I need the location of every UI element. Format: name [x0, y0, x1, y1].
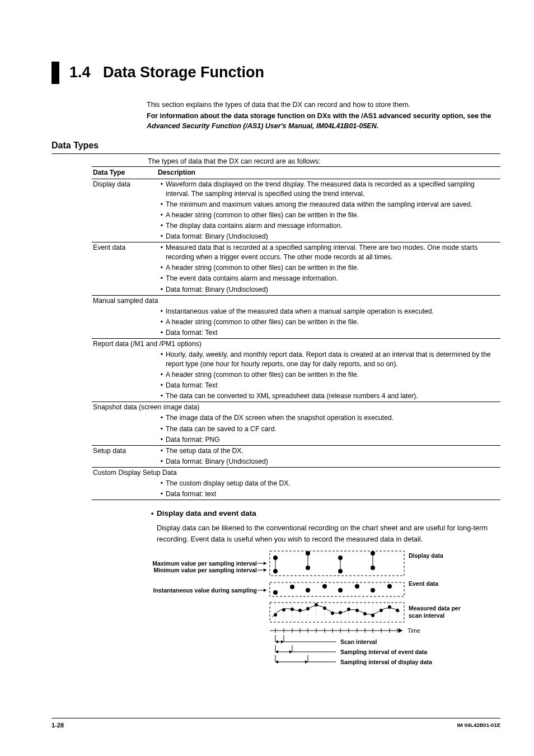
table-type-cell: Event data — [92, 242, 157, 263]
svg-point-19 — [290, 585, 294, 589]
svg-point-56 — [388, 605, 391, 609]
table-desc-cell: •The data can be converted to XML spread… — [157, 391, 500, 402]
diagram-svg: Maximum value per sampling interval Mini… — [148, 550, 485, 673]
table-desc-cell: •A header string (common to other files)… — [157, 370, 500, 380]
table-desc-cell: •Data format: text — [157, 489, 500, 500]
svg-point-45 — [298, 609, 302, 612]
table-desc-cell: •The setup data of the DX. — [157, 445, 500, 456]
section-title: 1.4 Data Storage Function — [69, 62, 264, 83]
section-name: Data Storage Function — [103, 64, 264, 81]
svg-point-47 — [315, 603, 318, 606]
data-types-intro: The types of data that the DX can record… — [148, 156, 500, 166]
diagram-scan-interval-label: Scan interval — [340, 638, 377, 645]
table-desc-cell: •A header string (common to other files)… — [157, 263, 500, 273]
diagram: Maximum value per sampling interval Mini… — [148, 550, 500, 676]
title-bar — [51, 62, 59, 84]
table-empty-cell — [92, 349, 157, 370]
table-type-span: Manual sampled data — [92, 295, 500, 306]
subheading-title: Display data and event data — [157, 509, 256, 517]
diagram-event-data-label: Event data — [409, 580, 438, 587]
diagram-inst-label: Instantaneous value during sampling — [153, 587, 257, 594]
svg-marker-17 — [264, 589, 266, 592]
svg-point-18 — [273, 590, 278, 595]
table-empty-cell — [92, 478, 157, 489]
data-types-table: Data Type Description Display data•Wavef… — [92, 166, 500, 500]
table-desc-cell: •Data format: PNG — [157, 435, 500, 446]
diagram-measured-label1: Measured data per — [409, 605, 461, 612]
table-header-desc: Description — [157, 166, 500, 179]
diagram-max-label: Maximum value per sampling interval — [152, 560, 257, 567]
table-type-cell — [92, 273, 157, 284]
page-footer: 1-28 IM 04L42B01-01E — [51, 718, 500, 730]
svg-point-53 — [363, 612, 367, 615]
table-type-cell — [92, 199, 157, 210]
table-desc-cell: •Measured data that is recorded at a spe… — [157, 242, 500, 263]
table-desc-cell: •Data format: Text — [157, 328, 500, 339]
table-empty-cell — [92, 489, 157, 500]
svg-marker-85 — [289, 650, 292, 654]
table-empty-cell — [92, 435, 157, 446]
table-desc-cell: •A header string (common to other files)… — [157, 210, 500, 221]
table-desc-cell: •Waveform data displayed on the trend di… — [157, 179, 500, 199]
table-type-cell: Setup data — [92, 445, 157, 456]
heading-divider — [51, 153, 500, 154]
table-desc-cell: •A header string (common to other files)… — [157, 317, 500, 328]
sub-body: Display data can be likened to the conve… — [157, 522, 500, 545]
table-type-cell — [92, 221, 157, 231]
svg-marker-89 — [275, 660, 278, 664]
section-number: 1.4 — [69, 64, 91, 81]
heading-data-types: Data Types — [51, 139, 500, 152]
table-type-cell — [92, 263, 157, 273]
table-type-cell — [92, 284, 157, 296]
diagram-measured-label2: scan interval — [409, 612, 444, 619]
table-desc-cell: •The image data of the DX screen when th… — [157, 413, 500, 423]
diagram-time-label: Time — [407, 627, 420, 634]
svg-point-55 — [380, 609, 383, 612]
diagram-min-label: Minimum value per sampling interval — [154, 567, 257, 573]
table-type-cell — [92, 210, 157, 221]
table-desc-cell: •The data can be saved to a CF card. — [157, 424, 500, 435]
event-data-box — [270, 582, 404, 596]
footer-doc-id: IM 04L42B01-01E — [457, 721, 500, 730]
document-page: 1.4 Data Storage Function This section e… — [0, 0, 534, 756]
svg-point-23 — [355, 584, 359, 589]
table-empty-cell — [92, 370, 157, 380]
display-data-box — [270, 551, 404, 576]
table-desc-cell: •Data format: Binary (Undisclosed) — [157, 231, 500, 242]
table-type-cell — [92, 231, 157, 242]
svg-point-43 — [282, 608, 285, 612]
table-desc-cell: •The minimum and maximum values among th… — [157, 199, 500, 210]
table-type-span: Snapshot data (screen image data) — [92, 402, 500, 413]
subheading-display-event: •Display data and event data — [148, 508, 500, 519]
svg-point-21 — [322, 584, 327, 589]
table-type-cell: Display data — [92, 179, 157, 199]
table-desc-cell: •The event data contains alarm and messa… — [157, 273, 500, 284]
svg-marker-90 — [305, 660, 308, 664]
svg-point-52 — [355, 609, 359, 612]
footer-page-number: 1-28 — [51, 721, 64, 730]
svg-point-54 — [371, 614, 374, 617]
table-empty-cell — [92, 391, 157, 402]
intro-line: This section explains the types of data … — [147, 100, 500, 110]
table-empty-cell — [92, 424, 157, 435]
table-header-type: Data Type — [92, 166, 157, 179]
svg-point-25 — [387, 584, 392, 589]
svg-marker-80 — [281, 640, 284, 643]
table-empty-cell — [92, 306, 157, 317]
table-type-span: Custom Display Setup Data — [92, 467, 500, 478]
table-type-cell — [92, 456, 157, 468]
table-desc-cell: •Hourly, daily, weekly, and monthly repo… — [157, 349, 500, 370]
svg-point-22 — [338, 588, 343, 592]
table-desc-cell: •Data format: Binary (Undisclosed) — [157, 284, 500, 296]
intro-bold-prefix: For information about the data storage f… — [147, 112, 491, 120]
diagram-display-data-label: Display data — [409, 552, 443, 559]
table-desc-cell: •Instantaneous value of the measured dat… — [157, 306, 500, 317]
svg-marker-59 — [399, 628, 402, 633]
section-title-block: 1.4 Data Storage Function — [51, 62, 500, 84]
intro-italic: Advanced Security Function (/AS1) User's… — [147, 122, 377, 130]
table-desc-cell: •The custom display setup data of the DX… — [157, 478, 500, 489]
table-empty-cell — [92, 317, 157, 328]
svg-point-50 — [339, 611, 342, 614]
svg-point-51 — [347, 608, 350, 611]
table-empty-cell — [92, 413, 157, 423]
